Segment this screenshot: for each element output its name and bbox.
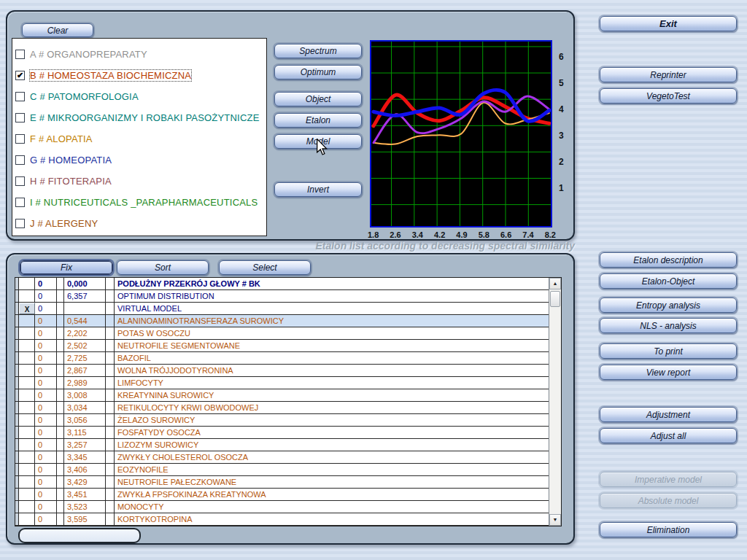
row-marker-cell[interactable]: [19, 489, 35, 500]
nls-analysis-button[interactable]: NLS - analysis: [600, 318, 737, 333]
etalon-row[interactable]: 0 3,429 NEUTROFILE PAŁECZKOWANE: [15, 476, 549, 489]
clear-button[interactable]: Clear: [22, 23, 93, 37]
row-marker-cell[interactable]: [19, 327, 35, 339]
row-separator: [106, 327, 115, 339]
row-marker-cell[interactable]: [19, 513, 35, 525]
category-item[interactable]: I # NUTRICEUTICALS _PARAPHARMACEUTICALS: [15, 192, 263, 213]
etalon-category-list[interactable]: A # ORGANOPREPARATY ✔ B # HOMEOSTAZA BIO…: [12, 38, 267, 236]
row-separator: [106, 439, 115, 451]
etalon-description-button[interactable]: Etalon description: [600, 252, 737, 268]
row-name: OPTIMUM DISTRIBUTION: [115, 290, 549, 302]
row-similarity: 3,056: [64, 414, 106, 426]
row-name: PODŁUŻNY PRZEKRÓJ GŁOWY # BK: [115, 278, 549, 289]
etalon-row[interactable]: 0 3,257 LIZOZYM SUROWICY: [15, 439, 549, 451]
adjustment-button[interactable]: Adjustment: [600, 407, 737, 422]
category-checkbox[interactable]: [15, 219, 25, 228]
etalon-row[interactable]: 0 3,034 RETIKULOCYTY KRWI OBWODOWEJ: [15, 402, 549, 414]
etalon-row[interactable]: 0 6,357 OPTIMUM DISTRIBUTION: [15, 290, 549, 303]
category-item[interactable]: C # PATOMORFOLOGIA: [15, 86, 263, 107]
entropy-analysis-button[interactable]: Entropy analysis: [600, 298, 737, 313]
etalon-row[interactable]: 0 3,595 KORTYKOTROPINA: [15, 513, 549, 526]
row-marker-cell[interactable]: [19, 278, 35, 289]
elimination-button[interactable]: Elimination: [600, 522, 737, 537]
etalon-row[interactable]: 0 3,056 ŻELAZO SUROWICY: [15, 414, 549, 427]
vegetotest-button[interactable]: VegetoTest: [600, 88, 737, 104]
etalon-row[interactable]: 0 3,523 MONOCYTY: [15, 501, 549, 513]
category-item[interactable]: J # ALERGENY: [15, 213, 263, 234]
row-count: 0: [35, 414, 57, 426]
row-similarity: 0,000: [64, 278, 106, 289]
category-checkbox[interactable]: [15, 50, 25, 59]
category-item[interactable]: H # FITOTERAPIA: [15, 171, 263, 192]
row-similarity: 3,406: [64, 464, 106, 475]
category-item[interactable]: ✔ B # HOMEOSTAZA BIOCHEMICZNA: [15, 65, 263, 86]
chart-plot: [371, 42, 551, 226]
row-marker-cell[interactable]: [19, 352, 35, 364]
row-marker-cell[interactable]: [19, 427, 35, 438]
model-button[interactable]: Model: [274, 134, 362, 149]
etalon-row[interactable]: X 0 VIRTUAL MODEL: [15, 303, 549, 315]
row-marker-cell[interactable]: [19, 290, 35, 302]
category-item[interactable]: A # ORGANOPREPARATY: [15, 44, 263, 65]
row-marker-cell[interactable]: [19, 402, 35, 413]
etalon-row[interactable]: 0 0,544 ALANINOAMINOTRANSFERAZA SUROWICY: [15, 315, 549, 327]
etalon-row[interactable]: 0 2,202 POTAS W OSOCZU: [15, 327, 549, 340]
exit-button[interactable]: Exit: [600, 16, 737, 31]
category-checkbox[interactable]: [15, 134, 25, 144]
scroll-up-icon[interactable]: ▲: [549, 278, 561, 289]
optimum-button[interactable]: Optimum: [274, 65, 362, 79]
row-marker-cell[interactable]: [19, 501, 35, 513]
scroll-down-icon[interactable]: ▼: [549, 514, 561, 526]
category-label: A # ORGANOPREPARATY: [30, 49, 147, 60]
etalon-row[interactable]: 0 3,115 FOSFATYDY OSOCZA: [15, 427, 549, 439]
row-marker-cell[interactable]: [19, 476, 35, 488]
etalon-row[interactable]: 0 2,502 NEUTROFILE SEGMENTOWANE: [15, 340, 549, 352]
category-item[interactable]: F # ALOPATIA: [15, 128, 263, 149]
category-checkbox[interactable]: ✔: [15, 71, 25, 80]
row-marker-cell[interactable]: [19, 439, 35, 451]
row-separator: [57, 464, 64, 475]
etalon-row[interactable]: 0 0,000 PODŁUŻNY PRZEKRÓJ GŁOWY # BK: [15, 278, 549, 290]
reprinter-button[interactable]: Reprinter: [600, 67, 737, 82]
etalon-button[interactable]: Etalon: [274, 113, 362, 128]
etalon-row[interactable]: 0 3,406 EOZYNOFILE: [15, 464, 549, 476]
row-separator: [106, 501, 115, 513]
row-separator: [106, 290, 115, 302]
row-marker-cell[interactable]: [19, 315, 35, 327]
etalon-row[interactable]: 0 2,725 BAZOFIL: [15, 352, 549, 365]
row-marker-cell[interactable]: [19, 414, 35, 426]
row-name: VIRTUAL MODEL: [115, 303, 549, 314]
row-separator: [57, 365, 64, 376]
fix-button[interactable]: Fix: [20, 260, 113, 275]
row-marker-cell[interactable]: X: [19, 303, 35, 314]
adjust-all-button[interactable]: Adjust all: [600, 428, 737, 443]
etalon-row[interactable]: 0 3,451 ZWYKŁA FPSFOKINAZA KREATYNOWA: [15, 489, 549, 501]
row-marker-cell[interactable]: [19, 340, 35, 351]
row-marker-cell[interactable]: [19, 377, 35, 389]
scroll-thumb[interactable]: [550, 291, 560, 307]
category-item[interactable]: E # MIKROORGANIZMY I ROBAKI PASOŻYTNICZE: [15, 107, 263, 128]
row-marker-cell[interactable]: [19, 464, 35, 475]
etalon-object-button[interactable]: Etalon-Object: [600, 273, 737, 289]
etalon-row[interactable]: 0 2,867 WOLNA TRÓJJODOTYRONINA: [15, 365, 549, 377]
row-marker-cell[interactable]: [19, 451, 35, 463]
category-checkbox[interactable]: [15, 113, 25, 122]
category-checkbox[interactable]: [15, 155, 25, 165]
view-report-button[interactable]: View report: [600, 365, 737, 380]
invert-button[interactable]: Invert: [274, 182, 362, 197]
etalon-row[interactable]: 0 2,989 LIMFOCYTY: [15, 377, 549, 389]
category-checkbox[interactable]: [15, 198, 25, 207]
object-button[interactable]: Object: [274, 92, 362, 106]
to-print-button[interactable]: To print: [600, 343, 737, 359]
category-checkbox[interactable]: [15, 92, 25, 101]
row-marker-cell[interactable]: [19, 389, 35, 401]
category-item[interactable]: G # HOMEOPATIA: [15, 149, 263, 171]
etalon-row[interactable]: 0 3,008 KREATYNINA SUROWICY: [15, 389, 549, 402]
row-marker-cell[interactable]: [19, 365, 35, 376]
category-checkbox[interactable]: [15, 176, 25, 186]
sort-button[interactable]: Sort: [117, 260, 209, 275]
spectrum-button[interactable]: Spectrum: [274, 44, 362, 58]
table-scrollbar[interactable]: ▲ ▼: [549, 278, 561, 526]
select-button[interactable]: Select: [219, 260, 311, 275]
etalon-row[interactable]: 0 3,345 ZWYKŁY CHOLESTEROL OSOCZA: [15, 451, 549, 464]
